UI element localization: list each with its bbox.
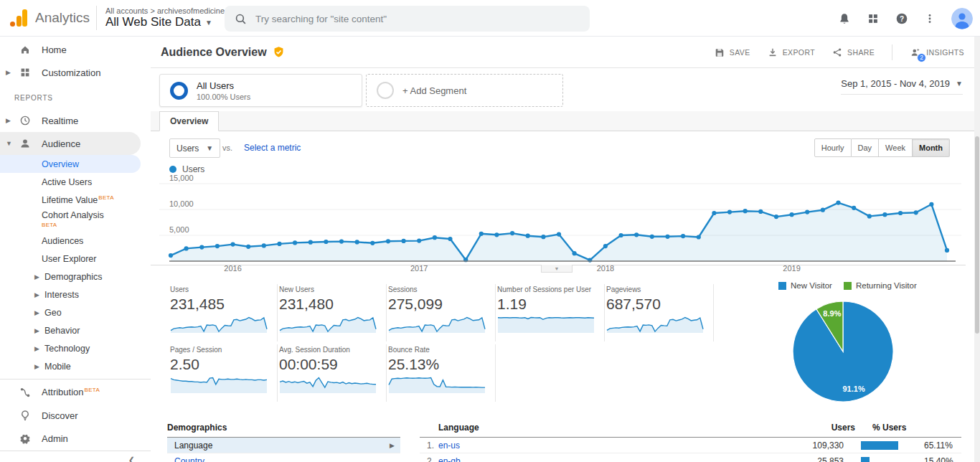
language-table: Language Users % Users 1.en-us109,33065.… [420, 423, 961, 462]
chevron-right-icon[interactable]: ▶ [6, 69, 16, 76]
avatar[interactable] [951, 8, 973, 29]
sidebar-subitem-user-explorer[interactable]: User Explorer [0, 250, 151, 268]
sidebar-item-audience[interactable]: ▼Audience [0, 132, 141, 155]
metric-card-avg-session-duration[interactable]: Avg. Session Duration00:00:59 [278, 344, 387, 402]
legend-returning-visitor: Returning Visitor [844, 281, 917, 290]
sidebar-item-label: Customization [42, 67, 100, 78]
demographics-row-language[interactable]: Language▶ [167, 438, 400, 453]
collapse-sidebar-icon[interactable]: ❮ [128, 456, 135, 462]
date-range-text: Sep 1, 2015 - Nov 4, 2019 [841, 78, 950, 89]
bell-icon[interactable] [838, 12, 851, 25]
users-legend-dot [169, 166, 176, 173]
col-users: Users [776, 423, 855, 433]
visitor-type-legend: New VisitorReturning Visitor [778, 281, 917, 290]
metric-dropdown[interactable]: Users ▼ [169, 138, 220, 158]
segment-strip: All Users 100.00% Users + Add Segment Se… [151, 68, 974, 111]
sidebar-subitem-interests[interactable]: ▶Interests [0, 286, 151, 303]
topbar-actions: ? [838, 0, 973, 37]
chevron-down-icon: ▼ [205, 19, 212, 27]
language-link[interactable]: en-us [438, 440, 460, 451]
users-line-chart[interactable]: 5,00010,00015,0002016201720182019 [159, 174, 966, 279]
main-content: Audience Overview SAVEEXPORTSHAREINSIGHT… [151, 37, 974, 462]
sidebar-subitem-behavior[interactable]: ▶Behavior [0, 321, 151, 339]
sidebar-subitem-cohort-analysis[interactable]: Cohort AnalysisBETA [0, 209, 151, 232]
account-breadcrumb[interactable]: All accounts > archivesofmedicine All We… [105, 6, 225, 29]
vs-label: vs. [222, 143, 232, 152]
chart-controls: Users ▼ vs. Select a metric HourlyDayWee… [151, 131, 974, 163]
topbar-divider [96, 6, 97, 30]
sidebar-subitem-geo[interactable]: ▶Geo [0, 303, 151, 321]
chevron-down-icon[interactable]: ▼ [6, 140, 16, 147]
pct-value: 65.11% [918, 440, 961, 451]
help-icon[interactable]: ? [895, 12, 908, 25]
sidebar-subitem-lifetime-value[interactable]: Lifetime ValueBETA [0, 191, 151, 209]
chevron-right-icon[interactable]: ▶ [6, 117, 16, 124]
report-header: Audience Overview SAVEEXPORTSHAREINSIGHT… [151, 37, 974, 68]
export-button[interactable]: EXPORT [768, 47, 815, 57]
sidebar-subitem-technology[interactable]: ▶Technology [0, 339, 151, 357]
segment-all-users[interactable]: All Users 100.00% Users [159, 74, 362, 107]
sidebar-subitem-mobile[interactable]: ▶Mobile [0, 357, 151, 375]
export-icon [768, 47, 778, 57]
sidebar-subitem-demographics[interactable]: ▶Demographics [0, 268, 151, 286]
metric-value: 00:00:59 [279, 356, 379, 373]
add-segment-button[interactable]: + Add Segment [366, 74, 563, 107]
analytics-logo[interactable]: Analytics [0, 9, 95, 27]
sidebar-item-attribution[interactable]: AttributionBETA [0, 381, 151, 404]
visitor-type-pie-chart[interactable]: 91.1%8.9% [789, 298, 897, 408]
sidebar-subitem-overview[interactable]: Overview [0, 155, 141, 173]
chart-collapse-handle[interactable]: ▼ [541, 265, 573, 273]
sidebar-item-customization[interactable]: ▶Customization [0, 61, 151, 84]
sidebar-item-home[interactable]: Home [0, 38, 151, 61]
granularity-hourly[interactable]: Hourly [814, 138, 852, 157]
sidebar-item-discover[interactable]: Discover [0, 404, 151, 427]
save-icon [715, 47, 725, 57]
language-link[interactable]: en-gb [438, 456, 461, 462]
metric-card-number-of-sessions-per-user[interactable]: Number of Sessions per User1.19 [496, 284, 605, 341]
row-rank: 1. [420, 440, 438, 451]
granularity-week[interactable]: Week [879, 138, 913, 157]
sidebar-item-realtime[interactable]: ▶Realtime [0, 109, 151, 132]
analytics-logo-icon [10, 9, 29, 27]
share-button[interactable]: SHARE [832, 47, 875, 57]
sidebar-subitem-active-users[interactable]: Active Users [0, 173, 151, 191]
pct-bar [861, 441, 918, 450]
demographics-row-country[interactable]: Country [167, 453, 400, 462]
granularity-day[interactable]: Day [852, 138, 880, 157]
top-app-bar: Analytics All accounts > archivesofmedic… [0, 0, 980, 37]
metric-label: Sessions [388, 286, 488, 293]
tab-bar: Overview [151, 111, 974, 131]
add-segment-ring-icon [377, 82, 394, 99]
save-button[interactable]: SAVE [715, 47, 750, 57]
granularity-month[interactable]: Month [913, 138, 950, 157]
metric-card-pages-session[interactable]: Pages / Session2.50 [169, 344, 278, 402]
more-vert-icon[interactable] [924, 12, 936, 25]
metric-value: 25.13% [388, 356, 488, 373]
metric-card-bounce-rate[interactable]: Bounce Rate25.13% [387, 344, 496, 402]
vertical-scrollbar[interactable] [974, 37, 980, 462]
apps-grid-icon[interactable] [867, 12, 880, 25]
metric-card-new-users[interactable]: New Users231,480 [278, 284, 387, 341]
search-input[interactable] [255, 14, 557, 24]
shield-check-icon [273, 46, 285, 58]
customization-icon [19, 67, 32, 78]
sidebar-subitem-audiences[interactable]: Audiences [0, 232, 151, 250]
metric-card-users[interactable]: Users231,485 [169, 284, 278, 341]
page-title: Audience Overview [161, 46, 267, 59]
scrollbar-thumb[interactable] [975, 136, 979, 334]
global-search[interactable] [225, 6, 590, 32]
actions-divider [892, 44, 892, 60]
pct-value: 15.40% [918, 456, 961, 462]
demographics-panel: Demographics Language▶Country [167, 423, 400, 462]
metric-card-pageviews[interactable]: Pageviews687,570 [605, 284, 714, 341]
date-range-selector[interactable]: Sep 1, 2015 - Nov 4, 2019 ▼ [841, 78, 963, 95]
tab-overview[interactable]: Overview [159, 111, 219, 131]
insights-button[interactable]: INSIGHTS2 [910, 47, 964, 57]
chevron-down-icon: ▼ [206, 144, 213, 152]
metric-value: 687,570 [606, 296, 706, 313]
metric-sparkline [497, 314, 597, 336]
demographics-list: Language▶Country [167, 438, 400, 462]
metric-card-sessions[interactable]: Sessions275,099 [387, 284, 496, 341]
sidebar-item-admin[interactable]: Admin [0, 427, 151, 450]
select-metric-link[interactable]: Select a metric [244, 143, 301, 153]
